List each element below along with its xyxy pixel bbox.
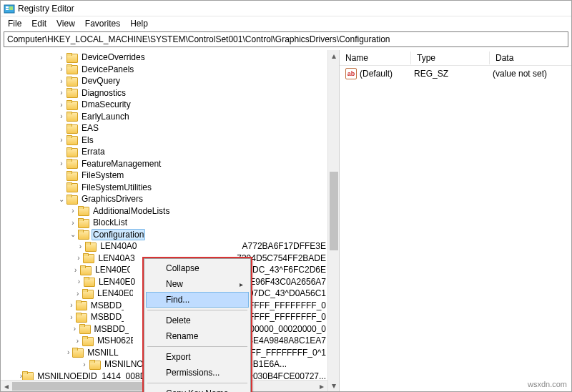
tree-item[interactable]: ›DeviceOverrides: [1, 52, 327, 64]
svg-rect-3: [9, 6, 13, 10]
expand-toggle-icon[interactable]: ›: [56, 112, 66, 122]
expand-toggle-icon[interactable]: ›: [56, 159, 66, 169]
folder-icon: [76, 300, 87, 310]
scroll-up-icon[interactable]: ▴: [328, 50, 340, 62]
expand-toggle-icon[interactable]: ›: [74, 277, 84, 287]
expand-toggle-icon[interactable]: ›: [56, 88, 66, 98]
folder-icon: [66, 135, 78, 144]
tree-item-label: EarlyLaunch: [80, 112, 131, 122]
folder-icon: [66, 147, 78, 157]
col-data[interactable]: Data: [490, 52, 571, 64]
expand-toggle-icon[interactable]: ›: [67, 312, 76, 322]
tree-item-label: FeatureManagement: [80, 159, 162, 169]
menu-file[interactable]: File: [4, 18, 26, 29]
folder-icon: [66, 182, 78, 192]
expand-toggle-icon[interactable]: ›: [73, 335, 82, 346]
menu-favorites[interactable]: Favorites: [81, 18, 124, 29]
ctx-copy-key-name[interactable]: Copy Key Name: [146, 386, 249, 392]
tree-item-label: Els: [80, 135, 95, 145]
tree-item-label: BlockList: [92, 217, 129, 227]
value-row[interactable]: (Default) REG_SZ (value not set): [340, 66, 571, 82]
registry-editor-window: Registry Editor File Edit View Favorites…: [0, 0, 572, 392]
tree-item-label-left: LEN40E00: [94, 265, 130, 275]
expand-toggle-icon[interactable]: ⌄: [68, 230, 78, 240]
col-name[interactable]: Name: [340, 52, 411, 64]
expand-toggle-icon[interactable]: ›: [67, 300, 76, 310]
ctx-collapse[interactable]: Collapse: [146, 260, 249, 276]
tree-vertical-scrollbar[interactable]: ▴ ▾: [327, 50, 339, 391]
folder-icon: [85, 242, 97, 251]
tree-item-label: DmaSecurity: [80, 99, 132, 109]
folder-icon: [72, 348, 84, 357]
tree-item[interactable]: ›DmaSecurity: [1, 99, 327, 111]
tree-item[interactable]: ›DevicePanels: [1, 64, 327, 76]
tree-item[interactable]: ›BlockList: [1, 217, 327, 229]
scroll-down-icon[interactable]: ▾: [328, 380, 340, 391]
expand-toggle-icon[interactable]: ›: [76, 241, 85, 251]
folder-icon: [66, 53, 78, 62]
address-bar[interactable]: Computer\HKEY_LOCAL_MACHINE\SYSTEM\Contr…: [4, 31, 568, 47]
expand-toggle-icon[interactable]: ›: [73, 288, 82, 298]
tree-item[interactable]: ›FeatureManagement: [1, 158, 327, 170]
col-type[interactable]: Type: [411, 52, 490, 64]
ctx-separator: [147, 310, 247, 310]
expand-toggle-icon[interactable]: ›: [79, 359, 89, 369]
folder-icon: [89, 360, 101, 369]
tree-item[interactable]: ›DevQuery: [1, 75, 327, 87]
tree-item-label: EAS: [80, 123, 100, 133]
expand-toggle-icon[interactable]: ›: [68, 206, 78, 216]
body-split: ›DeviceOverrides›DevicePanels›DevQuery›D…: [1, 50, 571, 391]
scroll-left-icon[interactable]: ◂: [1, 381, 12, 392]
titlebar: Registry Editor: [1, 1, 571, 16]
expand-toggle-icon[interactable]: ⌄: [56, 194, 66, 204]
tree-item[interactable]: Errata: [1, 146, 327, 158]
expand-toggle-icon[interactable]: ›: [56, 99, 66, 109]
window-title: Registry Editor: [18, 4, 74, 14]
tree-item[interactable]: ⌄Configuration: [1, 229, 327, 241]
tree-item-label-left: LEN40A30: [97, 253, 134, 263]
tree-item[interactable]: ›Diagnostics: [1, 87, 327, 99]
tree-item-label-right: A772BA6F17DFFE3E: [241, 241, 327, 251]
expand-toggle-icon[interactable]: ›: [71, 265, 80, 275]
tree-item-label: Errata: [80, 147, 107, 157]
ctx-permissions[interactable]: Permissions...: [146, 365, 249, 381]
tree-item[interactable]: ⌄GraphicsDrivers: [1, 193, 327, 205]
tree-item[interactable]: EAS: [1, 122, 327, 134]
expand-toggle-icon[interactable]: ›: [56, 64, 66, 74]
folder-icon: [78, 206, 89, 215]
tree-item-label: DevicePanels: [80, 64, 135, 74]
svg-rect-1: [6, 6, 9, 8]
tree-item[interactable]: ›EarlyLaunch: [1, 111, 327, 123]
tree-item[interactable]: ›Els: [1, 134, 327, 147]
expand-toggle-icon[interactable]: ›: [68, 217, 78, 227]
folder-icon: [66, 159, 78, 168]
tree-item[interactable]: ›AdditionalModeLists: [1, 205, 327, 217]
ctx-rename[interactable]: Rename: [146, 328, 249, 344]
context-menu: Collapse New Find... Delete Rename Expor…: [144, 258, 251, 392]
ctx-find[interactable]: Find...: [146, 292, 249, 308]
scroll-right-icon[interactable]: ▸: [316, 381, 327, 392]
expand-toggle-icon[interactable]: ›: [70, 324, 79, 334]
scroll-thumb[interactable]: [330, 172, 338, 250]
regedit-icon: [4, 3, 15, 14]
address-text: Computer\HKEY_LOCAL_MACHINE\SYSTEM\Contr…: [7, 34, 390, 44]
expand-toggle-icon[interactable]: ›: [56, 135, 66, 145]
ctx-export[interactable]: Export: [146, 349, 249, 365]
expand-toggle-icon[interactable]: ›: [74, 253, 83, 263]
expand-toggle-icon[interactable]: ›: [56, 52, 66, 62]
folder-icon: [66, 88, 78, 97]
tree-item[interactable]: FileSystem: [1, 170, 327, 182]
values-header: Name Type Data: [340, 50, 571, 66]
tree-item[interactable]: FileSystemUtilities: [1, 182, 327, 194]
tree-item-label-left: MSBDD_L: [89, 300, 124, 310]
expand-toggle-icon[interactable]: ›: [64, 348, 72, 358]
menu-edit[interactable]: Edit: [27, 18, 51, 29]
tree-item[interactable]: ›LEN40A0A772BA6F17DFFE3E: [1, 240, 327, 253]
expand-toggle-icon[interactable]: ›: [56, 76, 66, 86]
tree-item-label: FileSystem: [80, 170, 125, 180]
folder-icon: [66, 124, 78, 133]
menu-view[interactable]: View: [52, 18, 79, 29]
ctx-new[interactable]: New: [146, 276, 249, 292]
menu-help[interactable]: Help: [126, 18, 152, 29]
ctx-delete[interactable]: Delete: [146, 313, 249, 328]
